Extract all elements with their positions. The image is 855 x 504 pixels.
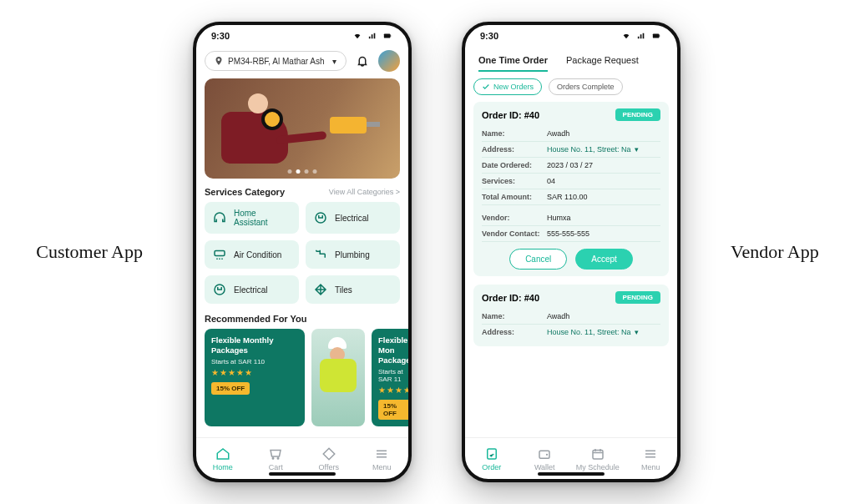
category-label: Plumbing: [335, 250, 370, 260]
wifi-icon: [352, 32, 363, 40]
order-card: Order ID: #40 PENDING Name:Awadh Address…: [473, 285, 669, 346]
filter-new-orders[interactable]: New Orders: [473, 78, 542, 95]
cancel-button[interactable]: Cancel: [509, 249, 567, 270]
field-value: Awadh: [547, 129, 660, 138]
address-select[interactable]: House No. 11, Street: Na▾: [547, 328, 660, 336]
plug-icon: [313, 210, 328, 225]
wifi-icon: [620, 32, 632, 40]
home-icon: [215, 446, 230, 461]
chip-label: Orders Complete: [557, 83, 615, 91]
category-label: Tiles: [335, 285, 352, 295]
svg-rect-0: [384, 34, 391, 38]
home-indicator: [538, 472, 605, 476]
order-card: Order ID: #40 PENDING Name:Awadh Address…: [473, 102, 669, 276]
battery-icon: [382, 32, 393, 40]
pipe-icon: [313, 247, 328, 262]
order-icon: [484, 446, 499, 461]
category-air-condition[interactable]: Air Condition: [205, 240, 299, 269]
location-text: PM34-RBF, Al Mathar Ash: [228, 57, 325, 66]
drill-icon: [330, 117, 367, 134]
nav-order[interactable]: Order: [465, 438, 519, 479]
status-badge: PENDING: [615, 108, 660, 121]
nav-home[interactable]: Home: [196, 438, 250, 479]
battery-icon: [650, 32, 662, 40]
plug-icon: [212, 282, 227, 297]
address-select[interactable]: House No. 11, Street: Na▾: [547, 145, 660, 154]
nav-menu[interactable]: Menu: [356, 438, 409, 479]
category-label: Electrical: [335, 214, 369, 223]
signal-icon: [635, 32, 647, 40]
hero-banner[interactable]: [205, 78, 400, 179]
recommended-card-partial[interactable]: Flexible Mon Packages Starts at SAR 11 ★…: [372, 329, 408, 426]
category-tiles[interactable]: Tiles: [306, 275, 400, 304]
order-id: Order ID: #40: [482, 110, 539, 120]
nav-label: Wallet: [534, 463, 555, 471]
carousel-dots[interactable]: [288, 169, 317, 174]
svg-point-9: [546, 453, 548, 455]
recommended-card[interactable]: Flexible Monthly Packages Starts at SAR …: [205, 329, 305, 426]
nav-menu[interactable]: Menu: [625, 438, 678, 479]
status-time: 9:30: [480, 31, 498, 41]
field-label: Name:: [482, 129, 547, 138]
field-value: SAR 110.00: [547, 193, 660, 201]
field-label: Address:: [482, 328, 547, 336]
chevron-down-icon: ▾: [332, 57, 336, 66]
vendor-phone: 9:30 One Time Order Package Request New …: [462, 22, 680, 482]
recommended-image: [311, 329, 365, 426]
status-bar: 9:30: [465, 25, 677, 47]
location-selector[interactable]: PM34-RBF, Al Mathar Ash ▾: [205, 51, 347, 71]
calendar-icon: [590, 446, 605, 461]
status-time: 9:30: [211, 31, 230, 41]
field-label: Vendor Contact:: [482, 229, 547, 238]
menu-icon: [374, 446, 389, 461]
discount-badge: 15% OFF: [378, 400, 408, 420]
field-value: 2023 / 03 / 27: [547, 161, 660, 169]
nav-label: Menu: [641, 463, 660, 471]
nav-label: Offers: [319, 463, 339, 471]
nav-label: Order: [482, 463, 501, 471]
category-plumbing[interactable]: Plumbing: [306, 240, 400, 269]
svg-rect-5: [653, 34, 660, 38]
customer-app-label: Customer App: [36, 241, 143, 263]
category-electrical[interactable]: Electrical: [306, 202, 400, 234]
accept-button[interactable]: Accept: [575, 249, 633, 270]
nav-label: Home: [213, 463, 233, 471]
field-label: Vendor:: [482, 214, 547, 222]
field-value: Awadh: [547, 312, 660, 320]
rec-title: Flexible Mon Packages: [378, 335, 408, 365]
tab-package-request[interactable]: Package Request: [566, 50, 639, 72]
rating-stars: ★★★★★: [211, 368, 298, 377]
svg-rect-6: [659, 35, 660, 38]
ac-icon: [212, 247, 227, 262]
order-id: Order ID: #40: [482, 293, 539, 303]
category-label: Electrical: [234, 285, 268, 295]
view-all-link[interactable]: View All Categories >: [329, 188, 400, 196]
services-heading: Services Category: [205, 187, 285, 197]
avatar[interactable]: [378, 50, 400, 72]
status-badge: PENDING: [615, 291, 660, 304]
tiles-icon: [313, 282, 328, 297]
filter-orders-complete[interactable]: Orders Complete: [549, 78, 623, 95]
field-value: 04: [547, 177, 660, 185]
category-home-assistant[interactable]: Home Assistant: [205, 202, 299, 234]
recommended-heading: Recommended For You: [205, 314, 400, 324]
category-electrical-2[interactable]: Electrical: [205, 275, 299, 304]
chevron-down-icon: ▾: [635, 145, 639, 154]
discount-badge: 15% OFF: [211, 382, 250, 395]
status-bar: 9:30: [196, 25, 408, 47]
hero-illustration: [216, 90, 308, 167]
customer-phone: 9:30 PM34-RBF, Al Mathar Ash ▾: [193, 22, 412, 482]
notification-button[interactable]: [353, 52, 372, 70]
rating-stars: ★★★★★: [378, 386, 408, 395]
check-icon: [482, 83, 490, 91]
field-label: Services:: [482, 177, 547, 185]
rec-title: Flexible Monthly Packages: [211, 335, 298, 355]
tab-one-time-order[interactable]: One Time Order: [478, 50, 548, 72]
headset-icon: [212, 210, 227, 225]
nav-label: Menu: [372, 463, 392, 471]
svg-rect-7: [488, 449, 497, 459]
status-icons: [620, 32, 662, 40]
svg-rect-3: [215, 251, 225, 256]
vendor-app-label: Vendor App: [731, 241, 819, 263]
field-value: 555-555-555: [547, 229, 660, 238]
